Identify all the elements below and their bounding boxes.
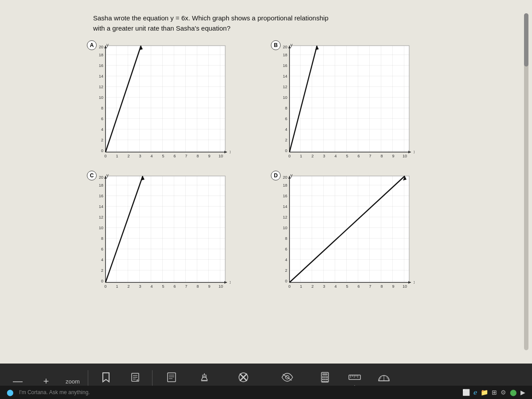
- folder-icon[interactable]: 📁: [481, 389, 488, 396]
- svg-text:1: 1: [116, 154, 118, 158]
- svg-text:8: 8: [101, 106, 103, 110]
- cortana-icon: ⬤: [7, 389, 14, 396]
- svg-line-147: [283, 374, 292, 380]
- question-text: Sasha wrote the equation y = 6x. Which g…: [93, 13, 439, 33]
- graph-panel-b: B 0 2 4 6 8: [273, 42, 443, 168]
- svg-marker-93: [224, 281, 227, 284]
- svg-text:20: 20: [99, 175, 103, 180]
- svg-text:4: 4: [334, 154, 336, 158]
- zoom-out-icon: —: [13, 376, 23, 386]
- svg-text:16: 16: [283, 194, 287, 198]
- svg-text:20: 20: [283, 45, 287, 49]
- svg-text:8: 8: [196, 154, 199, 158]
- answer-masking-icon: [281, 372, 293, 384]
- graph-a: 0 2 4 6 8 10 12 14 16 18 20 0 1 2 3 4: [93, 44, 231, 168]
- svg-text:4: 4: [101, 258, 103, 262]
- svg-text:10: 10: [283, 95, 287, 100]
- svg-text:4: 4: [334, 284, 336, 289]
- svg-text:y: y: [290, 174, 293, 178]
- svg-text:6: 6: [285, 117, 287, 121]
- graph-label-a: A: [87, 40, 97, 50]
- svg-text:y: y: [106, 44, 109, 47]
- taskbar-icons: ⬜ ℯ 📁 ⊞ ⚙ ⬤ ▶: [462, 389, 525, 396]
- svg-text:5: 5: [162, 284, 164, 289]
- ruler-icon: [348, 373, 361, 383]
- svg-text:7: 7: [369, 154, 371, 158]
- graph-c: 0 2 4 6 8 10 12 14 16 18 20 0 1 2 3 4 5: [93, 174, 231, 298]
- svg-text:0: 0: [288, 284, 290, 289]
- graph-b: 0 2 4 6 8 10 12 14 16 18 20 0 1 2 3 4: [277, 44, 415, 168]
- svg-text:12: 12: [99, 85, 103, 89]
- svg-text:2: 2: [127, 154, 129, 158]
- svg-text:2: 2: [285, 268, 287, 273]
- svg-text:16: 16: [283, 63, 287, 68]
- svg-text:10: 10: [99, 95, 103, 100]
- svg-text:4: 4: [150, 284, 153, 289]
- settings-icon[interactable]: ⚙: [501, 389, 506, 396]
- svg-text:x: x: [230, 280, 231, 285]
- svg-text:5: 5: [346, 154, 348, 158]
- svg-rect-155: [326, 379, 328, 380]
- svg-rect-140: [201, 380, 207, 381]
- svg-text:9: 9: [392, 154, 394, 158]
- edge-icon[interactable]: ℯ: [473, 389, 477, 396]
- graph-wrapper-a: 0 2 4 6 8 10 12 14 16 18 20 0 1 2 3 4: [93, 44, 231, 168]
- svg-text:8: 8: [380, 284, 383, 289]
- task-view-icon[interactable]: ⬜: [462, 389, 470, 396]
- graph-panel-c: C 0 2 4 6 8 10: [89, 172, 259, 298]
- scrollbar-thumb[interactable]: [524, 13, 528, 66]
- graph-d: 0 2 4 6 8 10 12 14 16 18 20 0 1 2 3 4 5: [277, 174, 415, 298]
- svg-text:1: 1: [300, 154, 302, 158]
- svg-text:14: 14: [283, 204, 287, 209]
- svg-text:14: 14: [99, 74, 103, 78]
- svg-marker-126: [408, 281, 411, 284]
- svg-text:3: 3: [323, 284, 325, 289]
- svg-text:2: 2: [101, 268, 103, 273]
- svg-text:6: 6: [101, 117, 103, 121]
- svg-text:6: 6: [357, 284, 360, 289]
- svg-rect-151: [325, 376, 326, 378]
- svg-text:4: 4: [285, 127, 287, 132]
- svg-rect-149: [322, 373, 328, 376]
- svg-text:18: 18: [283, 183, 287, 188]
- svg-text:4: 4: [101, 127, 103, 132]
- svg-text:3: 3: [139, 154, 141, 158]
- svg-text:y: y: [106, 174, 109, 178]
- windows-icon[interactable]: ⊞: [492, 389, 497, 396]
- svg-text:2: 2: [127, 284, 129, 289]
- svg-rect-136: [168, 373, 176, 382]
- windows-taskbar: ⬤ I'm Cortana. Ask me anything. ⬜ ℯ 📁 ⊞ …: [0, 386, 532, 399]
- svg-text:6: 6: [173, 284, 176, 289]
- svg-text:0: 0: [104, 154, 106, 158]
- svg-text:1: 1: [300, 284, 302, 289]
- svg-text:4: 4: [150, 154, 153, 158]
- svg-text:16: 16: [99, 63, 103, 68]
- bookmark-icon: [102, 372, 110, 384]
- svg-text:4: 4: [285, 258, 287, 262]
- svg-rect-152: [326, 376, 328, 378]
- svg-text:6: 6: [173, 154, 176, 158]
- graph-wrapper-d: 0 2 4 6 8 10 12 14 16 18 20 0 1 2 3 4 5: [277, 174, 415, 298]
- svg-text:10: 10: [403, 284, 407, 289]
- svg-marker-27: [224, 151, 227, 153]
- svg-text:14: 14: [99, 204, 103, 209]
- svg-text:18: 18: [99, 53, 103, 57]
- svg-text:7: 7: [369, 284, 371, 289]
- svg-text:y: y: [290, 44, 293, 47]
- svg-text:0: 0: [285, 279, 287, 283]
- svg-text:9: 9: [208, 284, 210, 289]
- graph-wrapper-b: 0 2 4 6 8 10 12 14 16 18 20 0 1 2 3 4: [277, 44, 415, 168]
- chrome-icon[interactable]: ⬤: [510, 389, 517, 396]
- zoom-label: zoom: [61, 378, 84, 385]
- calculator-icon: [321, 372, 329, 384]
- svg-text:18: 18: [283, 53, 287, 57]
- svg-text:7: 7: [185, 154, 187, 158]
- svg-marker-60: [408, 151, 411, 153]
- svg-text:5: 5: [162, 154, 164, 158]
- svg-rect-157: [325, 381, 326, 382]
- reference-icon: [167, 372, 176, 384]
- video-icon[interactable]: ▶: [520, 389, 525, 396]
- graph-wrapper-c: 0 2 4 6 8 10 12 14 16 18 20 0 1 2 3 4 5: [93, 174, 231, 298]
- scrollbar[interactable]: [524, 13, 528, 350]
- svg-text:8: 8: [196, 284, 199, 289]
